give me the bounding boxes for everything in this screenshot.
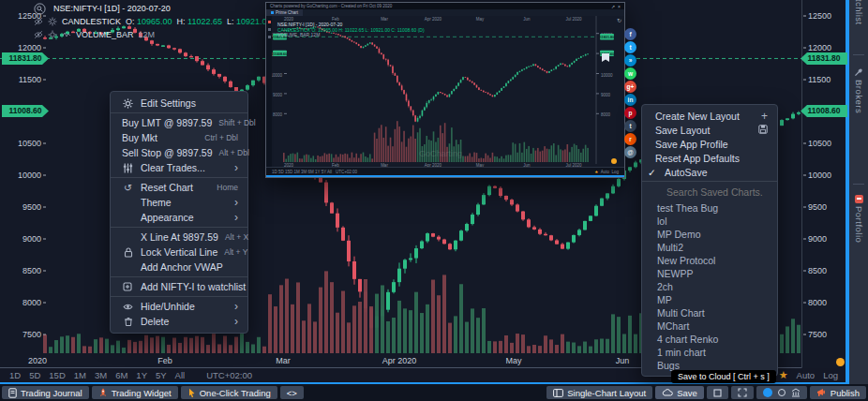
timeframe-5y[interactable]: 5Y <box>156 370 167 380</box>
window-expand-icon[interactable]: ↗ <box>611 4 615 9</box>
code-button[interactable]: <> <box>280 386 304 399</box>
publish-button[interactable]: Publish <box>810 386 866 399</box>
preview-window-tab[interactable]: Prime Chart <box>266 9 303 16</box>
saved-charts-search[interactable] <box>642 185 777 200</box>
menu-item-x-line[interactable]: X Line At 9897.59 Alt + X <box>111 230 247 245</box>
preview-chart-body[interactable]: 1200012000110001100010000100009000900080… <box>266 16 624 177</box>
menu-item-lock-vertical-line[interactable]: Lock Vertical Line Alt + Y <box>111 245 247 260</box>
linkedin-share-icon[interactable]: in <box>624 94 636 106</box>
open-value: 10965.00 <box>137 17 172 26</box>
menu-item-sell-stop[interactable]: Sell Stop @ 9897.59 Alt + Dbl <box>111 145 247 160</box>
saved-chart-item[interactable]: 4 chart Renko <box>642 333 777 346</box>
favorite-star-icon[interactable]: ★ <box>779 369 788 381</box>
price-line-tag-right: 11831.80 <box>801 52 847 65</box>
pinterest-share-icon[interactable]: p <box>624 107 636 119</box>
saved-chart-item[interactable]: 2ch <box>642 280 777 293</box>
saved-chart-item[interactable]: 1 min chart <box>642 346 777 359</box>
svg-text:8500: 8500 <box>22 266 41 275</box>
auto-scale-toggle[interactable]: Auto <box>797 370 816 380</box>
menu-item-add-to-watchlist[interactable]: Add NIFTY-I to watchlist <box>111 279 247 294</box>
cloud-icon <box>662 389 673 396</box>
menu-item-delete[interactable]: Delete › <box>111 314 247 329</box>
saved-chart-item[interactable]: test Thea Bug <box>642 201 777 215</box>
menu-item-autosave[interactable]: ✓ AutoSave <box>642 165 777 179</box>
series-settings-gear-icon[interactable] <box>48 17 57 26</box>
chart-preview-window[interactable]: Charts powered by GoCharting.com - Creat… <box>265 2 625 178</box>
menu-item-reset-chart[interactable]: ↺ Reset Chart Home <box>111 180 247 195</box>
preview-window-title: Charts powered by GoCharting.com - Creat… <box>270 4 392 8</box>
saved-chart-item[interactable]: Multi2 <box>642 241 777 254</box>
twitter-share-icon[interactable]: t <box>624 41 636 53</box>
volume-settings-gear-icon[interactable] <box>48 30 57 39</box>
sidebar-tab-portfolio[interactable]: Portfolio <box>849 195 868 243</box>
whatsapp-share-icon[interactable]: w <box>624 67 636 80</box>
sidebar-tab-brokers[interactable]: Brokers <box>849 67 868 113</box>
timeframe-6m[interactable]: 6M <box>115 370 127 380</box>
trading-widget-button[interactable]: Trading Widget <box>92 386 178 399</box>
symbol-title: NSE:NIFTY-I [1D] - 2020-07-20 <box>53 4 171 13</box>
menu-item-save-layout[interactable]: Save Layout <box>642 123 777 137</box>
reddit-share-icon[interactable]: r <box>624 133 636 145</box>
timeframe-15d[interactable]: 15D <box>49 370 65 380</box>
preview-candlestick-chart: 1200012000110001100010000100009000900080… <box>272 16 624 177</box>
timeframe-3m[interactable]: 3M <box>95 370 107 380</box>
saved-chart-item[interactable]: MChart <box>642 319 777 333</box>
camera-icon[interactable] <box>763 388 772 397</box>
menu-item-theme[interactable]: Theme › <box>111 195 247 210</box>
menu-item-edit-settings[interactable]: Edit Settings <box>111 96 247 111</box>
saved-chart-item[interactable]: New Protocol <box>642 254 777 267</box>
menu-item-buy-mkt[interactable]: Buy Mkt Ctrl + Dbl <box>111 130 247 145</box>
search-saved-charts-input[interactable] <box>665 186 768 199</box>
svg-text:Jun: Jun <box>523 17 531 22</box>
one-click-trading-button[interactable]: One-Click Trading <box>181 386 277 399</box>
sidebar-tab-watchlist[interactable]: Watchlist <box>849 0 868 25</box>
timeframe-1y[interactable]: 1Y <box>136 370 147 380</box>
saved-chart-item[interactable]: MP Demo <box>642 228 777 241</box>
menu-item-add-anchor-vwap[interactable]: Add Anchor VWAP <box>111 260 247 275</box>
svg-text:10000: 10000 <box>808 171 831 180</box>
googleplus-share-icon[interactable]: g+ <box>624 81 636 93</box>
email-share-icon[interactable]: @ <box>624 146 636 158</box>
symbol-search-icon[interactable] <box>34 3 46 15</box>
log-scale-toggle[interactable]: Log <box>823 370 838 380</box>
save-button[interactable]: Save <box>655 386 704 399</box>
menu-item-buy-lmt[interactable]: Buy LMT @ 9897.59 Shift + Dbl <box>111 115 247 130</box>
target-icon[interactable] <box>778 389 786 396</box>
submenu-arrow-icon: › <box>234 315 238 328</box>
timeframe-5d[interactable]: 5D <box>29 370 40 380</box>
last-price-tag-right: 11008.60 <box>801 105 847 117</box>
preview-star-icon: ★ <box>594 170 598 174</box>
refresh-icon[interactable]: ↻ <box>617 17 621 23</box>
saved-chart-item[interactable]: lol <box>642 215 777 228</box>
hide-series-icon[interactable] <box>34 17 43 26</box>
menu-divider <box>642 181 777 182</box>
trading-journal-button[interactable]: Trading Journal <box>2 386 89 399</box>
menu-item-reset-app-defaults[interactable]: Reset App Defaults <box>642 151 777 165</box>
timeframe-1m[interactable]: 1M <box>74 370 86 380</box>
facebook-share-icon[interactable]: f <box>624 28 636 40</box>
svg-text:Apr 2020: Apr 2020 <box>382 356 417 365</box>
telegram-share-icon[interactable]: » <box>624 54 636 67</box>
saved-chart-item[interactable]: MP <box>642 293 777 306</box>
megaphone-icon <box>816 388 827 397</box>
high-label: H: <box>177 17 186 26</box>
window-close-icon[interactable]: × <box>618 4 621 9</box>
saved-chart-item[interactable]: Multi Chart <box>642 306 777 319</box>
menu-item-clear-trades[interactable]: Clear Trades... › <box>111 160 247 175</box>
menu-item-save-app-profile[interactable]: Save App Profile <box>642 137 777 151</box>
square-tool-button[interactable] <box>707 386 728 399</box>
single-chart-layout-button[interactable]: Single-Chart Layout <box>546 386 652 399</box>
layout-menu: Create New Layout + Save Layout Save App… <box>641 104 778 377</box>
series-name: CANDLESTICK <box>62 17 121 26</box>
tumblr-share-icon[interactable]: t <box>624 120 636 132</box>
timezone-label[interactable]: UTC+02:00 <box>206 370 252 380</box>
saved-chart-item[interactable]: NEWPP <box>642 267 777 280</box>
timeframe-all[interactable]: All <box>175 370 186 380</box>
bank-icon[interactable] <box>791 388 801 397</box>
menu-item-appearance[interactable]: Appearance › <box>111 210 247 225</box>
hide-volume-icon[interactable] <box>34 30 43 39</box>
timeframe-1d[interactable]: 1D <box>9 370 21 380</box>
menu-item-create-new-layout[interactable]: Create New Layout + <box>642 109 777 123</box>
fullscreen-button[interactable] <box>731 386 754 399</box>
menu-item-hide-unhide[interactable]: Hide/Unhide › <box>111 299 247 314</box>
